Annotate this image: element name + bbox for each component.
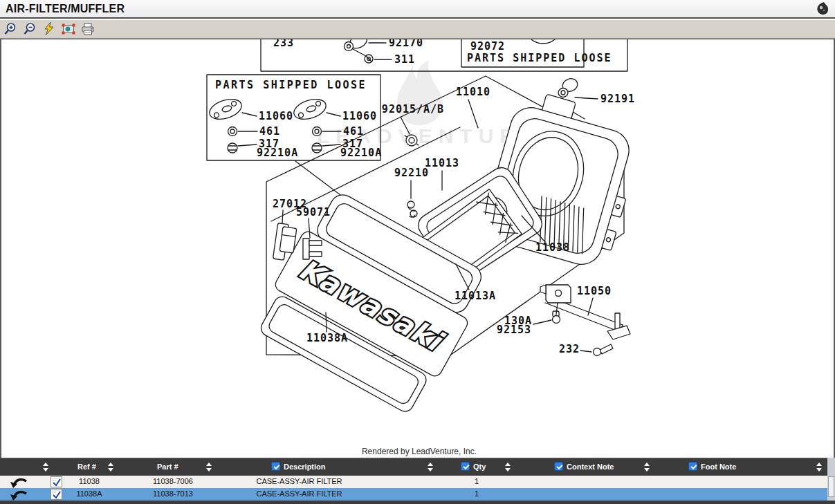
rendered-by-text: Rendered by LeadVenture, Inc.	[362, 447, 477, 456]
parts-viewer-window: AIR-FILTER/MUFFLER	[0, 0, 835, 504]
collar-drawing	[313, 127, 322, 136]
loose-box-title: PARTS SHIPPED LOOSE	[215, 79, 367, 91]
part-label-11013[interactable]: 11013	[425, 157, 459, 169]
sort-icon[interactable]	[43, 463, 49, 472]
part-label-92210[interactable]: 92210	[394, 167, 429, 179]
column-header-qty[interactable]: Qty	[473, 463, 486, 471]
collar-drawing	[228, 127, 237, 136]
loose-parts-box-left: PARTS SHIPPED LOOSE 11060 461 317 92210A	[207, 75, 382, 160]
description-checkbox[interactable]	[271, 462, 280, 471]
diagram-canvas[interactable]: LEADVENTURE 233 92170 311	[0, 39, 835, 458]
gasket-drawing	[291, 95, 329, 123]
part-label-232[interactable]: 232	[559, 343, 580, 355]
part-label-11060-2[interactable]: 11060	[342, 110, 377, 122]
toolbar	[0, 20, 835, 39]
screw-232-drawing	[594, 344, 614, 356]
zoom-out-icon[interactable]	[22, 21, 37, 37]
clamp-92210-drawing	[407, 201, 417, 217]
cap-92191-drawing	[558, 77, 579, 97]
gasket-drawing	[207, 95, 244, 123]
exploded-parts-diagram: LEADVENTURE 233 92170 311	[1, 39, 834, 456]
zoom-in-icon[interactable]	[3, 21, 18, 37]
part-label-11038[interactable]: 11038	[535, 241, 570, 254]
sort-icon[interactable]	[644, 463, 650, 472]
part-label-11038A[interactable]: 11038A	[306, 332, 348, 344]
lightning-quick-select-icon[interactable]	[42, 21, 57, 37]
foot-note-checkbox[interactable]	[688, 462, 697, 471]
table-scrollbar[interactable]	[827, 458, 835, 501]
part-label-92210A-1[interactable]: 92210A	[257, 147, 298, 159]
part-label-92210A-2[interactable]: 92210A	[340, 147, 382, 159]
image-select-tool-icon[interactable]	[61, 21, 76, 37]
parts-table: Ref # Part # Description Qty Context Not…	[0, 458, 835, 504]
highlight-part-arrow-icon[interactable]	[10, 488, 28, 501]
sort-icon[interactable]	[505, 463, 511, 472]
part-label-461-2[interactable]: 461	[343, 125, 364, 138]
highlight-part-arrow-icon[interactable]	[10, 476, 28, 488]
table-row[interactable]: 11038 11038-7006 CASE-ASSY-AIR FILTER 1	[0, 476, 827, 488]
title-bar: AIR-FILTER/MUFFLER	[0, 0, 835, 19]
part-label-92153[interactable]: 92153	[497, 324, 531, 336]
part-label-92072[interactable]: 92072	[470, 40, 505, 53]
cell-ref[interactable]: 11038	[58, 477, 120, 485]
column-header-part[interactable]: Part #	[157, 463, 178, 471]
loose-caption-right: PARTS SHIPPED LOOSE	[467, 52, 612, 64]
print-icon[interactable]	[80, 21, 95, 37]
sort-icon[interactable]	[816, 463, 823, 472]
cell-qty[interactable]: 1	[456, 489, 497, 498]
part-label-461-1[interactable]: 461	[259, 125, 280, 138]
sort-icon[interactable]	[428, 463, 434, 472]
table-row-selected[interactable]: 11038A 11038-7013 CASE-ASSY-AIR FILTER 1	[0, 488, 827, 501]
column-header-foot-note[interactable]: Foot Note	[701, 463, 736, 471]
loose-parts-box-right: 92072 PARTS SHIPPED LOOSE	[461, 39, 612, 67]
qty-checkbox[interactable]	[461, 462, 470, 471]
column-header-ref[interactable]: Ref #	[77, 463, 96, 471]
cell-part[interactable]: 11038-7013	[135, 489, 211, 498]
cell-description[interactable]: CASE-ASSY-AIR FILTER	[228, 477, 370, 485]
part-label-92191[interactable]: 92191	[600, 93, 635, 105]
sort-icon[interactable]	[206, 463, 212, 472]
nut-311-drawing	[365, 55, 373, 63]
column-header-context-note[interactable]: Context Note	[567, 463, 614, 471]
context-note-checkbox[interactable]	[554, 462, 563, 471]
sort-icon[interactable]	[108, 463, 114, 472]
table-bottom-strip	[0, 501, 835, 504]
part-label-11060-1[interactable]: 11060	[259, 110, 293, 122]
table-scrollbar-thumb[interactable]	[828, 476, 834, 497]
column-header-description[interactable]: Description	[284, 463, 326, 471]
cell-qty[interactable]: 1	[456, 477, 497, 485]
cell-part[interactable]: 11038-7006	[135, 477, 211, 485]
bolt-92170-drawing	[345, 39, 369, 56]
part-label-233[interactable]: 233	[273, 39, 294, 49]
part-label-311[interactable]: 311	[394, 53, 415, 66]
nut-drawing	[228, 143, 237, 153]
cell-description[interactable]: CASE-ASSY-AIR FILTER	[228, 489, 370, 498]
nut-drawing	[312, 143, 322, 153]
part-label-92170[interactable]: 92170	[389, 39, 423, 49]
page-title: AIR-FILTER/MUFFLER	[0, 3, 125, 15]
part-label-11050[interactable]: 11050	[577, 285, 612, 297]
cell-ref[interactable]: 11038A	[58, 489, 120, 498]
part-label-11010[interactable]: 11010	[456, 86, 490, 98]
part-label-92015[interactable]: 92015/A/B	[382, 103, 444, 115]
part-label-59071[interactable]: 59071	[296, 206, 331, 218]
part-label-11013A[interactable]: 11013A	[455, 290, 496, 302]
ink-annotation-icon[interactable]	[814, 1, 831, 17]
parts-table-header: Ref # Part # Description Qty Context Not…	[0, 458, 827, 476]
